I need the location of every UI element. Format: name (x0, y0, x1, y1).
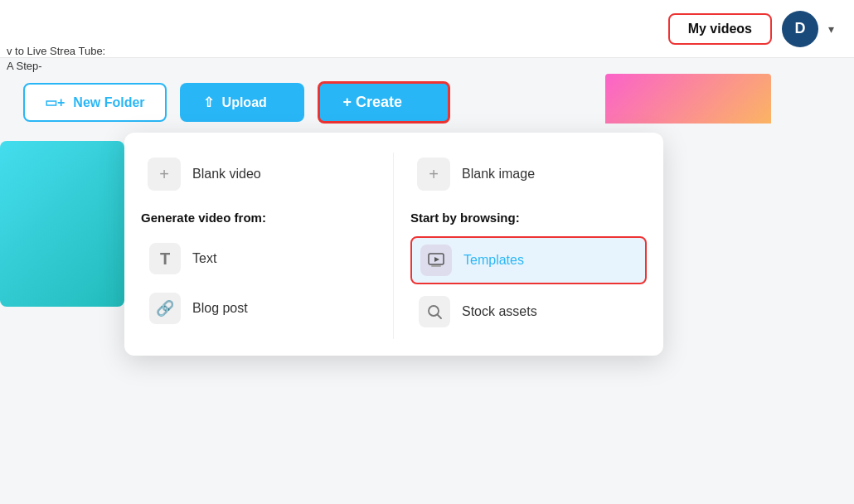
blank-video-icon: + (148, 158, 181, 191)
new-folder-button[interactable]: ▭+ New Folder (23, 83, 167, 122)
generate-section-header: Generate video from: (141, 211, 376, 225)
my-videos-button[interactable]: My videos (668, 13, 772, 45)
dropdown-left-column: + Blank video Generate video from: T Tex… (141, 153, 394, 339)
bottom-thumbnail (605, 74, 771, 124)
new-folder-label: New Folder (73, 95, 144, 110)
text-option[interactable]: T Text (141, 236, 376, 281)
blog-post-option[interactable]: 🔗 Blog post (141, 286, 376, 331)
svg-line-4 (438, 315, 442, 319)
background-card (0, 141, 124, 307)
create-button[interactable]: + Create (318, 81, 450, 124)
blank-image-icon: + (417, 158, 450, 191)
content-area: v to Live Strea Tube: A Step- ▭+ New Fol… (0, 58, 854, 124)
create-label: + Create (343, 94, 403, 111)
avatar[interactable]: D (782, 11, 818, 47)
svg-marker-1 (434, 257, 439, 262)
text-label: Text (192, 251, 216, 266)
blank-video-label: Blank video (192, 167, 261, 182)
upload-label: Upload (222, 95, 267, 110)
blank-image-option[interactable]: + Blank image (410, 153, 647, 196)
dropdown-right-column: + Blank image Start by browsing: Templat… (394, 153, 647, 339)
blog-post-label: Blog post (192, 301, 248, 316)
background-text: v to Live Strea Tube: A Step- (0, 44, 120, 74)
stock-assets-icon (419, 296, 450, 327)
chevron-down-icon[interactable]: ▾ (828, 22, 834, 36)
svg-rect-2 (431, 265, 441, 267)
blank-image-label: Blank image (462, 167, 535, 182)
stock-assets-label: Stock assets (462, 304, 537, 319)
upload-icon: ⇧ (203, 94, 214, 110)
blog-post-icon: 🔗 (149, 293, 181, 324)
new-folder-icon: ▭+ (45, 94, 65, 110)
templates-option[interactable]: Templates (410, 236, 647, 284)
blank-video-option[interactable]: + Blank video (141, 153, 376, 196)
create-dropdown: + Blank video Generate video from: T Tex… (124, 133, 663, 356)
upload-button[interactable]: ⇧ Upload (180, 83, 304, 122)
browse-section-header: Start by browsing: (410, 211, 647, 225)
templates-icon (420, 245, 452, 276)
text-icon: T (149, 243, 181, 274)
stock-assets-option[interactable]: Stock assets (410, 289, 647, 334)
templates-label: Templates (463, 253, 524, 268)
top-bar: My videos D ▾ (0, 0, 854, 58)
